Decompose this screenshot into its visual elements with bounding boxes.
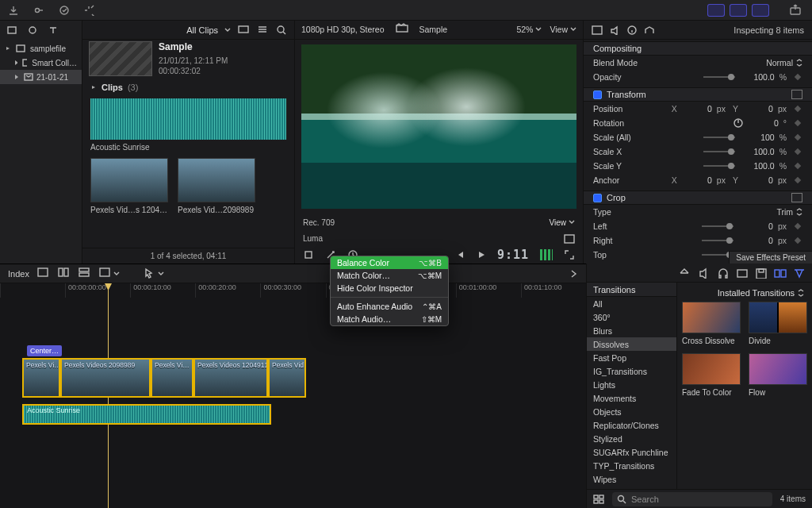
- crop-right-value[interactable]: 0: [743, 236, 773, 245]
- timeline-index-button[interactable]: Index: [8, 269, 29, 279]
- clip-thumb-2[interactable]: Pexels Vid…2098989: [178, 158, 255, 214]
- transform-checkbox[interactable]: [593, 90, 602, 99]
- video-clip[interactable]: Pexels Videos 2098989: [60, 358, 151, 398]
- video-clip[interactable]: Pexels Videos 1204911: [193, 358, 268, 398]
- clip-appearance-icon[interactable]: [237, 24, 250, 37]
- cat-item[interactable]: Replicator/Clones: [587, 418, 676, 432]
- share-tab-icon[interactable]: [644, 25, 655, 35]
- cat-item[interactable]: Movements: [587, 391, 676, 405]
- cat-item[interactable]: TYP_Transitions: [587, 459, 676, 472]
- transform-onscreen-icon[interactable]: [791, 90, 802, 99]
- cat-item[interactable]: IG_Transitions: [587, 364, 676, 378]
- keyframe-icon[interactable]: [793, 236, 802, 245]
- color-icon[interactable]: [679, 267, 691, 279]
- transform-header[interactable]: Transform: [584, 87, 812, 102]
- crop-left-value[interactable]: 0: [743, 221, 773, 231]
- keyframe-icon[interactable]: [793, 133, 802, 142]
- audio-fx-icon[interactable]: [698, 267, 710, 279]
- headphones-icon[interactable]: [717, 267, 730, 279]
- anchor-x-value[interactable]: 0: [682, 175, 712, 185]
- scaley-value[interactable]: 100.0: [745, 161, 775, 171]
- scaley-slider[interactable]: [703, 165, 735, 167]
- scaleall-value[interactable]: 100: [745, 133, 775, 142]
- tl-layout-2-icon[interactable]: [58, 267, 71, 280]
- keyframe-icon[interactable]: [793, 175, 802, 185]
- keyword-icon[interactable]: [32, 3, 46, 17]
- scope-icon[interactable]: [564, 234, 575, 244]
- import-icon[interactable]: [6, 3, 21, 17]
- video-tab-icon[interactable]: [592, 25, 603, 35]
- cat-item[interactable]: Blurs: [587, 324, 676, 337]
- chip-1[interactable]: [707, 4, 725, 17]
- tl-layout-3-icon[interactable]: [79, 267, 91, 280]
- photos-tab-icon[interactable]: [25, 23, 40, 37]
- titles-tab-icon[interactable]: [46, 23, 60, 37]
- save-effects-button[interactable]: Save Effects Preset: [729, 251, 812, 264]
- transition-card[interactable]: Fade To Color: [682, 353, 741, 397]
- tl-appearance-select[interactable]: [99, 267, 120, 280]
- scope-type[interactable]: Luma: [303, 234, 323, 243]
- menu-match-audio[interactable]: Match Audio…⇧⌘M: [331, 313, 448, 325]
- transitions-icon[interactable]: [774, 267, 787, 279]
- chip-3[interactable]: [752, 4, 769, 17]
- scalex-slider[interactable]: [703, 151, 735, 152]
- keyframe-icon[interactable]: [793, 221, 802, 231]
- audio-tab-icon[interactable]: [609, 25, 620, 35]
- smart-row[interactable]: Smart Coll…: [0, 56, 82, 70]
- video-fx-icon[interactable]: [736, 267, 749, 279]
- crop-left-slider[interactable]: [702, 225, 733, 227]
- cat-item[interactable]: Wipes: [587, 472, 676, 486]
- rotation-dial-icon[interactable]: [733, 117, 744, 129]
- crop-type-select[interactable]: Trim: [776, 207, 802, 217]
- titles-icon[interactable]: [793, 267, 806, 279]
- viewer-canvas[interactable]: [301, 44, 576, 210]
- keyframe-icon[interactable]: [793, 161, 802, 171]
- enhance-icon[interactable]: [82, 3, 97, 17]
- grid-icon[interactable]: [593, 495, 604, 504]
- crop-header[interactable]: Crop: [584, 190, 812, 205]
- library-tab-icon[interactable]: [5, 23, 19, 37]
- cat-item[interactable]: 360°: [587, 310, 676, 324]
- fullscreen-icon[interactable]: [564, 249, 575, 260]
- cat-item[interactable]: Stylized: [587, 432, 676, 445]
- audio-clip-thumb[interactable]: [90, 98, 286, 140]
- cat-item[interactable]: Fast Pop: [587, 351, 676, 364]
- share-icon[interactable]: [788, 3, 806, 17]
- title-clip[interactable]: Center…: [27, 345, 62, 356]
- bg-tasks-icon[interactable]: [57, 3, 71, 17]
- scope-view-select[interactable]: View: [550, 218, 576, 227]
- crop-onscreen-icon[interactable]: [791, 193, 802, 202]
- tl-layout-1-icon[interactable]: [37, 267, 50, 280]
- transition-card[interactable]: Cross Dissolve: [682, 302, 741, 345]
- keyframe-icon[interactable]: [793, 104, 802, 114]
- cat-item[interactable]: Objects: [587, 405, 676, 418]
- view-select[interactable]: View: [550, 25, 576, 34]
- chip-2[interactable]: [730, 4, 747, 17]
- anchor-y-value[interactable]: 0: [743, 175, 773, 185]
- transition-card[interactable]: Divide: [749, 302, 807, 345]
- installed-select[interactable]: Installed Transitions: [682, 286, 807, 300]
- cat-item[interactable]: All: [587, 297, 676, 310]
- event-row[interactable]: 21-01-21: [0, 70, 82, 84]
- transition-card[interactable]: Flow: [749, 353, 807, 397]
- menu-balance-color[interactable]: Balance Color⌥⌘B: [331, 256, 448, 269]
- library-row[interactable]: samplefile: [0, 41, 82, 56]
- rotation-value[interactable]: 0: [749, 118, 779, 128]
- prev-frame-icon[interactable]: [456, 250, 465, 260]
- history-fwd-icon[interactable]: [569, 269, 578, 279]
- connected-audio-clip[interactable]: Acoustic Sunrise: [22, 404, 271, 425]
- project-hero[interactable]: Sample 21/01/21, 12:11 PM 00:00:32:02: [82, 40, 294, 78]
- opacity-slider[interactable]: [703, 76, 735, 78]
- crop-right-slider[interactable]: [702, 240, 733, 241]
- filter-label[interactable]: All Clips: [186, 25, 218, 35]
- tool-select[interactable]: [144, 267, 164, 280]
- play-icon[interactable]: [477, 250, 486, 260]
- menu-auto-enhance-audio[interactable]: Auto Enhance Audio⌃⌘A: [331, 300, 448, 313]
- chevron-down-icon[interactable]: [224, 27, 231, 33]
- search-icon[interactable]: [275, 24, 288, 37]
- list-view-icon[interactable]: [256, 24, 269, 37]
- effects-search[interactable]: Search: [612, 492, 772, 506]
- pos-y-value[interactable]: 0: [743, 104, 773, 114]
- menu-match-color[interactable]: Match Color…⌥⌘M: [331, 269, 448, 282]
- info-tab-icon[interactable]: [626, 25, 638, 35]
